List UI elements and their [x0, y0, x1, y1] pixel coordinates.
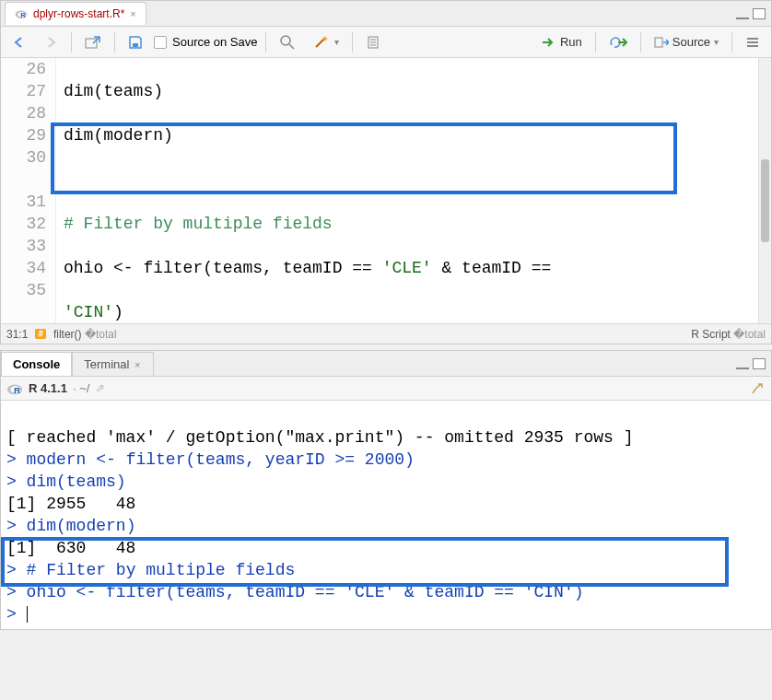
console-infobar: R R 4.1.1 · ~/ ⇗: [1, 377, 771, 401]
tab-close-icon[interactable]: ×: [128, 8, 137, 19]
forward-button[interactable]: [38, 32, 64, 52]
maximize-pane-icon[interactable]: [753, 8, 766, 19]
popout-icon[interactable]: ⇗: [95, 381, 105, 395]
rerun-button[interactable]: [603, 33, 633, 52]
rerun-icon: [609, 36, 627, 49]
console-prompt: >: [6, 472, 27, 491]
svg-line-6: [289, 44, 294, 49]
svg-rect-3: [86, 39, 97, 48]
r-version-label: R 4.1.1: [29, 381, 67, 395]
find-button[interactable]: [274, 31, 301, 53]
compile-report-button[interactable]: [360, 32, 386, 52]
line-gutter: 26 27 28 29 30 31 32 ▾33 34 35: [1, 58, 56, 323]
editor-tabbar: R dplyr-rows-start.R* ×: [1, 1, 771, 27]
clear-console-icon[interactable]: [749, 380, 766, 397]
language-mode[interactable]: R Script �total: [691, 328, 766, 341]
search-icon: [279, 34, 296, 51]
cursor-position: 31:1: [6, 328, 28, 341]
console-tab[interactable]: Console: [1, 352, 72, 376]
run-button[interactable]: Run: [536, 32, 588, 52]
console-output[interactable]: [ reached 'max' / getOption("max.print")…: [1, 401, 771, 629]
console-line: modern <- filter(teams, yearID >= 2000): [27, 450, 415, 469]
terminal-tab[interactable]: Terminal ×: [72, 352, 154, 376]
chevron-down-icon: ▾: [714, 37, 719, 47]
editor-area: 26 27 28 29 30 31 32 ▾33 34 35 dim(teams…: [1, 58, 771, 323]
svg-rect-4: [133, 43, 138, 47]
console-prompt: >: [6, 605, 27, 624]
minimize-pane-icon[interactable]: [736, 364, 749, 369]
section-badge-icon: #: [35, 329, 46, 339]
popout-icon: [85, 35, 101, 50]
show-in-new-window-button[interactable]: [79, 32, 107, 52]
working-dir-label: · ~/: [73, 381, 89, 395]
console-tabbar: Console Terminal ×: [1, 351, 771, 377]
save-icon: [128, 35, 143, 50]
console-line: dim(modern): [27, 517, 136, 535]
editor-toolbar: Source on Save ▾ Run Source ▾: [1, 27, 771, 58]
source-on-save-label: Source on Save: [172, 35, 258, 49]
console-pane: Console Terminal × R R 4.1.1 · ~/ ⇗ [ re…: [0, 350, 772, 630]
svg-text:R: R: [20, 11, 26, 19]
source-icon: [654, 37, 669, 48]
code-line: ohio <- filter(teams, teamID == 'CLE' & …: [64, 257, 771, 279]
tab-filename: dplyr-rows-start.R*: [33, 7, 124, 20]
code-line: dim(modern): [64, 124, 771, 146]
console-line: dim(teams): [27, 472, 126, 491]
code-editor[interactable]: 26 27 28 29 30 31 32 ▾33 34 35 dim(teams…: [1, 58, 771, 323]
code-content[interactable]: dim(teams) dim(modern) # Filter by multi…: [56, 58, 771, 323]
console-prompt: >: [6, 517, 27, 535]
outline-button[interactable]: [740, 33, 766, 52]
code-tools-button[interactable]: ▾: [307, 31, 345, 53]
pane-window-controls: [736, 8, 771, 19]
outline-icon: [745, 36, 760, 49]
code-line: dim(teams): [64, 80, 771, 102]
arrow-right-icon: [43, 35, 58, 50]
chevron-down-icon: ▾: [334, 37, 339, 47]
source-editor-pane: R dplyr-rows-start.R* × Source on Save: [0, 0, 772, 344]
editor-statusbar: 31:1 # filter() �total R Script �total: [1, 323, 771, 344]
console-line: ohio <- filter(teams, teamID == 'CLE' & …: [27, 583, 584, 601]
console-line: [1] 630 48: [6, 539, 135, 557]
run-label: Run: [560, 35, 582, 49]
notebook-icon: [366, 35, 380, 50]
save-button[interactable]: [123, 32, 148, 52]
back-button[interactable]: [6, 32, 32, 52]
tab-close-icon[interactable]: ×: [133, 359, 142, 370]
console-prompt: >: [6, 583, 27, 601]
svg-rect-12: [655, 38, 662, 47]
editor-scrollbar[interactable]: [758, 58, 771, 323]
console-line: [ reached 'max' / getOption("max.print")…: [6, 428, 634, 447]
console-line: [1] 2955 48: [6, 495, 135, 513]
console-prompt: >: [6, 561, 27, 579]
svg-text:R: R: [14, 385, 20, 395]
wand-icon: [312, 34, 331, 51]
run-icon: [542, 37, 556, 48]
arrow-left-icon: [12, 35, 27, 50]
text-cursor: [27, 606, 28, 623]
source-label: Source: [673, 35, 710, 49]
r-logo-icon: R: [6, 380, 23, 397]
code-line: # Filter by multiple fields: [64, 213, 771, 235]
console-prompt: >: [6, 450, 27, 469]
pane-window-controls: [736, 358, 771, 369]
editor-tab[interactable]: R dplyr-rows-start.R* ×: [5, 2, 146, 25]
r-file-icon: R: [13, 6, 29, 22]
source-on-save-checkbox[interactable]: [154, 36, 167, 49]
console-line: # Filter by multiple fields: [27, 561, 296, 579]
code-line: [64, 169, 771, 191]
source-button[interactable]: Source ▾: [649, 32, 724, 52]
svg-point-5: [281, 36, 290, 45]
code-line: 'CIN'): [64, 301, 771, 323]
minimize-pane-icon[interactable]: [736, 14, 749, 19]
section-crumb[interactable]: filter() �total: [53, 328, 117, 341]
maximize-pane-icon[interactable]: [753, 358, 766, 369]
